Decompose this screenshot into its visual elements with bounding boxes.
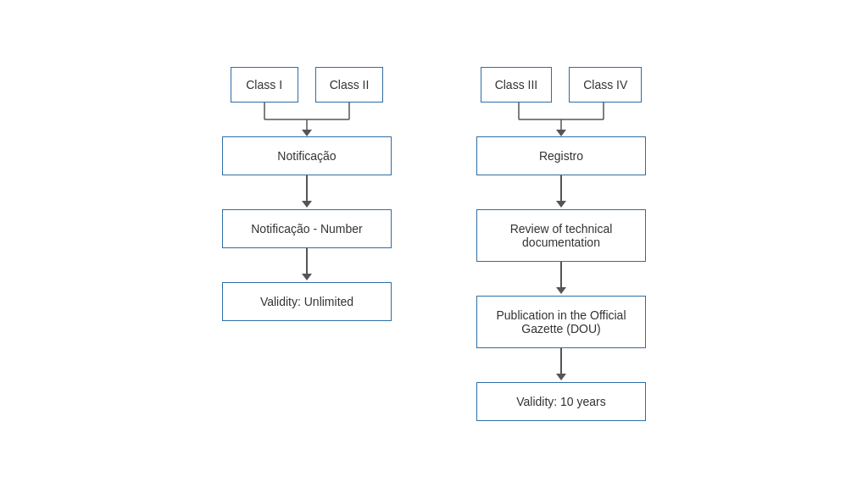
class-3-box: Class III	[481, 67, 553, 103]
review-tech-label: Review of technical documentation	[510, 222, 613, 249]
diagram-container: Class I Class II	[197, 50, 671, 438]
registro-label: Registro	[539, 149, 583, 163]
notificacao-label: Notificação	[277, 149, 336, 163]
notificacao-number-box: Notificação - Number	[222, 209, 392, 248]
registro-box: Registro	[476, 136, 646, 175]
validity-10-label: Validity: 10 years	[516, 395, 606, 408]
svg-marker-9	[556, 130, 566, 136]
validity-unlimited-label: Validity: Unlimited	[260, 295, 353, 308]
class-1-label: Class I	[246, 78, 282, 92]
validity-unlimited-box: Validity: Unlimited	[222, 282, 392, 321]
svg-marker-4	[302, 130, 312, 136]
arrow-1-right	[556, 175, 566, 209]
arrow-2-left	[302, 248, 312, 282]
right-flow: Class III Class IV Registro Review of te…	[468, 67, 654, 421]
notificacao-number-label: Notificação - Number	[251, 222, 363, 236]
class-3-label: Class III	[495, 78, 538, 92]
class-4-box: Class IV	[569, 67, 642, 103]
validity-10-box: Validity: 10 years	[476, 382, 646, 421]
class-2-label: Class II	[330, 78, 370, 92]
class-1-box: Class I	[231, 67, 298, 103]
merge-connector-right	[468, 103, 654, 136]
arrow-2-right	[556, 262, 566, 296]
notificacao-box: Notificação	[222, 136, 392, 175]
merge-connector-left	[214, 103, 400, 136]
arrow-3-right	[556, 348, 566, 382]
publication-box: Publication in the Official Gazette (DOU…	[476, 296, 646, 348]
top-boxes-left: Class I Class II	[231, 67, 384, 103]
publication-label: Publication in the Official Gazette (DOU…	[496, 308, 626, 336]
review-tech-box: Review of technical documentation	[476, 209, 646, 262]
left-flow: Class I Class II	[214, 67, 400, 321]
top-boxes-right: Class III Class IV	[481, 67, 643, 103]
class-4-label: Class IV	[583, 78, 627, 92]
class-2-box: Class II	[315, 67, 384, 103]
arrow-1-left	[302, 175, 312, 209]
